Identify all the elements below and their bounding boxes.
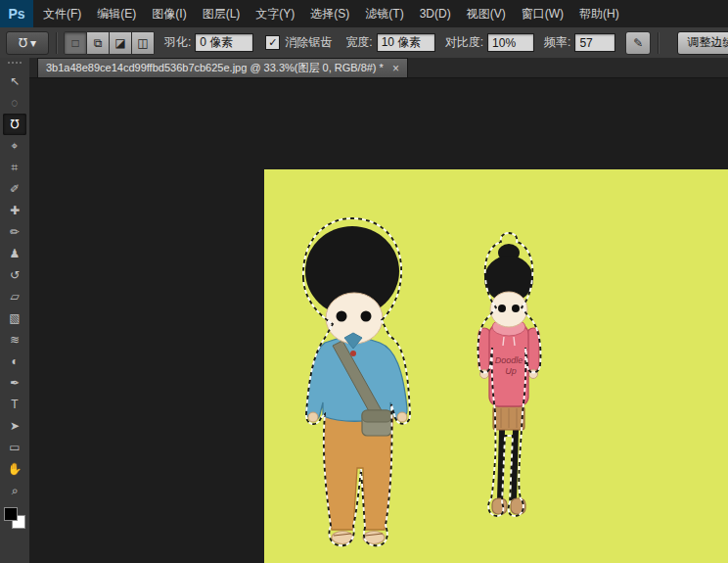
type-icon: T [11,394,18,415]
menu-bar: Ps 文件(F) 编辑(E) 图像(I) 图层(L) 文字(Y) 选择(S) 滤… [0,0,728,28]
hand-icon: ✋ [8,458,23,480]
menu-item-layer[interactable]: 图层(L) [195,0,249,27]
width-input[interactable]: 10 像素 [377,33,435,52]
close-icon[interactable]: × [392,63,399,74]
menu-item-view[interactable]: 视图(V) [459,0,514,27]
tool-panel: ↖ ◌ ℧ ⌖ ⌗ ✐ ✚ ✏ ♟ ↺ ▱ ▧ ≋ ◐ ✒ T ➤ ▭ ✋ ⌕ [0,58,30,563]
eraser-icon: ▱ [10,286,19,307]
add-to-selection-button[interactable]: ⧉ [87,31,110,55]
document-tab[interactable]: 3b1a48e89ce14cd99ffbd536b7cb625e.jpg @ 3… [37,58,408,77]
shape-tool[interactable]: ▭ [3,437,26,458]
brush-icon: ✏ [10,221,20,243]
contrast-input[interactable]: 10% [487,33,534,52]
antialias-checkbox[interactable]: ✓ [265,35,280,50]
hoodie-text-line2: Up [505,366,517,376]
blur-tool[interactable]: ≋ [3,329,26,351]
dodge-icon: ◐ [11,351,18,372]
girl-figure: Doodle Up [478,244,539,514]
move-icon: ↖ [10,70,20,92]
options-separator [56,32,57,54]
foreground-color-swatch[interactable] [4,507,18,521]
canvas-workspace[interactable]: Doodle Up [29,78,728,563]
feather-label: 羽化: [164,34,191,51]
crop-icon: ⌗ [12,157,19,178]
menu-item-file[interactable]: 文件(F) [35,0,89,27]
eraser-tool[interactable]: ▱ [3,286,26,307]
chevron-down-icon: ▾ [30,36,36,50]
pen-tool[interactable]: ✒ [3,372,26,394]
marquee-icon: ◌ [11,92,18,114]
tab-bar: 3b1a48e89ce14cd99ffbd536b7cb625e.jpg @ 3… [29,58,728,78]
menu-item-image[interactable]: 图像(I) [144,0,194,27]
magnetic-lasso-icon: ℧ [19,36,27,50]
hoodie-text-line1: Doodle [495,355,523,365]
feather-input[interactable]: 0 像素 [195,33,253,52]
menu-item-select[interactable]: 选择(S) [302,0,357,27]
eyedropper-icon: ✐ [10,178,20,200]
blur-icon: ≋ [10,329,20,351]
menu-item-help[interactable]: 帮助(H) [571,0,627,27]
path-selection-icon: ➤ [10,415,20,437]
clone-stamp-icon: ♟ [10,243,21,264]
type-tool[interactable]: T [3,394,26,415]
eyedropper-tool[interactable]: ✐ [3,178,26,200]
menu-list: 文件(F) 编辑(E) 图像(I) 图层(L) 文字(Y) 选择(S) 滤镜(T… [33,0,627,27]
document-tab-title: 3b1a48e89ce14cd99ffbd536b7cb625e.jpg @ 3… [46,61,384,75]
frequency-input[interactable]: 57 [574,33,615,52]
document-image[interactable]: Doodle Up [264,169,728,563]
gradient-tool[interactable]: ▧ [3,307,26,329]
dodge-tool[interactable]: ◐ [3,351,26,372]
lasso-tool[interactable]: ℧ [3,114,26,135]
options-separator-2 [658,32,659,54]
contrast-label: 对比度: [445,34,483,51]
menu-item-3d[interactable]: 3D(D) [412,0,459,27]
tool-panel-grip[interactable] [8,62,22,68]
tool-preset-dropdown[interactable]: ℧ ▾ [6,31,49,55]
new-selection-button[interactable]: □ [64,31,87,55]
boy-figure [305,226,407,544]
quick-selection-tool[interactable]: ⌖ [3,135,26,157]
menu-item-window[interactable]: 窗口(W) [514,0,571,27]
brush-tool[interactable]: ✏ [3,221,26,243]
history-brush-icon: ↺ [10,264,20,286]
healing-brush-icon: ✚ [10,200,20,221]
subtract-selection-button[interactable]: ◪ [110,31,132,55]
gradient-icon: ▧ [9,307,20,329]
zoom-tool[interactable]: ⌕ [3,480,26,501]
crop-tool[interactable]: ⌗ [3,157,26,178]
image-art: Doodle Up [264,169,728,563]
menu-item-filter[interactable]: 滤镜(T) [357,0,411,27]
pen-pressure-icon: ✎ [633,36,643,50]
color-swatches [4,507,25,529]
ps-logo: Ps [0,0,33,27]
move-tool[interactable]: ↖ [3,70,26,92]
hand-tool[interactable]: ✋ [3,458,26,480]
pen-icon: ✒ [10,372,20,394]
intersect-selection-button[interactable]: ◫ [132,31,155,55]
healing-brush-tool[interactable]: ✚ [3,200,26,221]
width-label: 宽度: [345,34,372,51]
lasso-icon: ℧ [10,114,19,135]
options-bar: ℧ ▾ □ ⧉ ◪ ◫ 羽化: 0 像素 ✓ 消除锯齿 宽度: 10 像素 对比… [0,27,728,59]
menu-item-type[interactable]: 文字(Y) [248,0,302,27]
frequency-label: 频率: [544,34,570,51]
shape-icon: ▭ [9,437,20,458]
menu-item-edit[interactable]: 编辑(E) [89,0,144,27]
pen-pressure-toggle[interactable]: ✎ [625,31,651,55]
zoom-icon: ⌕ [12,480,19,501]
marquee-tool[interactable]: ◌ [3,92,26,114]
path-selection-tool[interactable]: ➤ [3,415,26,437]
quick-selection-icon: ⌖ [12,135,19,157]
selection-mode-group: □ ⧉ ◪ ◫ [64,31,155,55]
refine-edge-button[interactable]: 调整边缘... [677,31,728,55]
clone-stamp-tool[interactable]: ♟ [3,243,26,264]
photoshop-window: Ps 文件(F) 编辑(E) 图像(I) 图层(L) 文字(Y) 选择(S) 滤… [0,0,728,563]
history-brush-tool[interactable]: ↺ [3,264,26,286]
antialias-label: 消除锯齿 [285,34,332,51]
